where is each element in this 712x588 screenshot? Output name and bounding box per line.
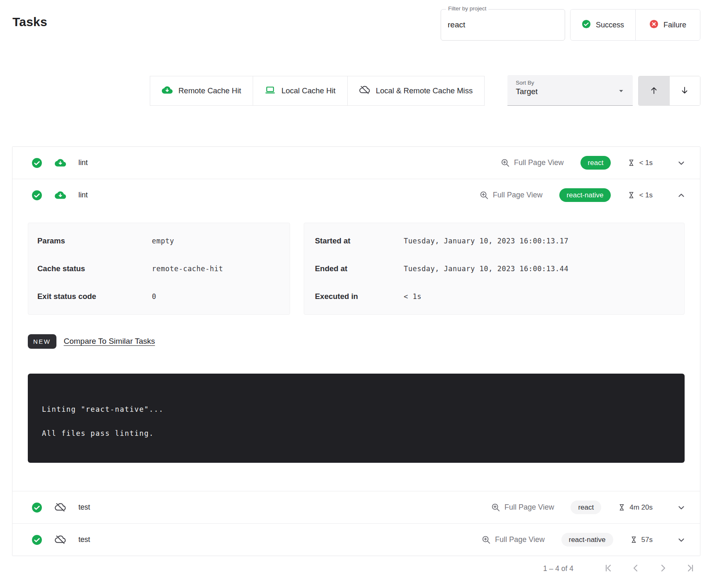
started-at-value: Tuesday, January 10, 2023 16:00:13.17 <box>404 237 568 245</box>
task-row-test-react[interactable]: test Full Page View react 4m 20s <box>12 491 700 523</box>
executed-in-value: < 1s <box>404 292 422 301</box>
sort-descending-button[interactable] <box>669 76 700 105</box>
project-filter-label: Filter by project <box>446 5 488 12</box>
task-row-group: lint Full Page View react < 1s <box>12 147 700 179</box>
ended-at-label: Ended at <box>315 264 404 273</box>
hourglass-icon <box>627 158 635 167</box>
cloud-download-icon <box>55 190 66 201</box>
arrow-down-icon <box>680 85 690 97</box>
task-row-group: test Full Page View react 4m 20s <box>12 491 700 523</box>
project-badge[interactable]: react <box>571 501 601 514</box>
full-page-view-label: Full Page View <box>495 535 545 544</box>
exit-status-code-label: Exit status code <box>37 292 152 301</box>
full-page-view-button[interactable]: Full Page View <box>500 158 564 168</box>
task-duration: < 1s <box>627 158 653 167</box>
chevron-down-icon[interactable] <box>677 535 686 544</box>
chevron-up-icon[interactable] <box>677 191 686 200</box>
zoom-in-icon <box>481 535 491 544</box>
hourglass-icon <box>618 503 626 512</box>
hourglass-icon <box>630 535 638 544</box>
duration-text: < 1s <box>639 191 653 199</box>
x-circle-icon <box>649 19 658 31</box>
zoom-in-icon <box>491 503 500 512</box>
top-controls: Filter by project Success Failure <box>441 9 700 41</box>
zoom-in-icon <box>479 190 489 200</box>
chevron-right-icon <box>658 563 668 574</box>
project-badge[interactable]: react <box>580 156 611 170</box>
hourglass-icon <box>627 191 635 199</box>
cloud-download-icon <box>55 157 66 168</box>
task-name: test <box>78 503 90 512</box>
cache-status-label: Cache status <box>37 264 152 273</box>
duration-text: 4m 20s <box>629 503 653 512</box>
first-page-button[interactable] <box>603 563 613 574</box>
cache-miss-label: Local & Remote Cache Miss <box>376 86 473 95</box>
page-range-label: 1 – 4 of 4 <box>543 564 573 573</box>
terminal-line: All files pass linting. <box>42 429 672 437</box>
cloud-download-icon <box>162 85 173 97</box>
chevron-down-icon <box>618 87 624 96</box>
task-row-group: lint Full Page View react-native < 1s <box>12 179 700 491</box>
zoom-in-icon <box>500 158 510 168</box>
full-page-view-button[interactable]: Full Page View <box>491 503 554 512</box>
check-circle-icon <box>32 502 42 513</box>
task-list: lint Full Page View react < 1s <box>12 146 700 556</box>
success-filter-button[interactable]: Success <box>571 10 635 40</box>
task-row-lint-react-native[interactable]: lint Full Page View react-native < 1s <box>12 179 700 211</box>
duration-text: 57s <box>641 536 653 544</box>
success-filter-label: Success <box>596 21 624 29</box>
full-page-view-button[interactable]: Full Page View <box>479 190 543 200</box>
check-circle-icon <box>32 190 42 201</box>
cloud-off-icon <box>359 85 370 97</box>
sort-by-label: Sort By <box>516 80 625 86</box>
failure-filter-label: Failure <box>663 21 686 29</box>
arrow-up-icon <box>649 85 659 97</box>
project-badge[interactable]: react-native <box>561 533 613 547</box>
project-badge[interactable]: react-native <box>559 188 611 202</box>
local-cache-hit-label: Local Cache Hit <box>281 86 336 95</box>
task-duration: < 1s <box>627 191 653 199</box>
task-timing-card: Started at Tuesday, January 10, 2023 16:… <box>304 223 685 315</box>
last-page-icon <box>685 563 695 574</box>
cloud-off-icon <box>55 534 66 545</box>
check-circle-icon <box>582 19 591 31</box>
chevron-down-icon[interactable] <box>677 158 686 168</box>
cache-status-value: remote-cache-hit <box>152 265 223 273</box>
remote-cache-hit-filter-button[interactable]: Remote Cache Hit <box>150 76 253 105</box>
task-name: lint <box>78 191 88 199</box>
chevron-left-icon <box>631 563 641 574</box>
next-page-button[interactable] <box>658 563 668 574</box>
sort-by-value: Target <box>516 87 625 96</box>
executed-in-label: Executed in <box>315 292 404 301</box>
last-page-button[interactable] <box>685 563 695 574</box>
sort-by-select[interactable]: Sort By Target <box>507 75 633 106</box>
cache-filter-group: Remote Cache Hit Local Cache Hit Local &… <box>150 76 485 106</box>
page-title: Tasks <box>12 15 47 29</box>
duration-text: < 1s <box>639 159 653 167</box>
pagination: 1 – 4 of 4 <box>543 563 695 574</box>
exit-status-code-value: 0 <box>152 292 156 301</box>
check-circle-icon <box>32 535 42 545</box>
full-page-view-label: Full Page View <box>493 191 543 199</box>
full-page-view-label: Full Page View <box>514 158 564 167</box>
params-value: empty <box>152 237 174 245</box>
project-filter-field[interactable]: Filter by project <box>441 9 565 41</box>
cache-miss-filter-button[interactable]: Local & Remote Cache Miss <box>347 76 484 105</box>
task-row-lint-react[interactable]: lint Full Page View react < 1s <box>12 147 700 179</box>
compare-to-similar-tasks-link[interactable]: Compare To Similar Tasks <box>64 337 155 346</box>
local-cache-hit-filter-button[interactable]: Local Cache Hit <box>253 76 347 105</box>
sort-direction-group <box>638 76 700 106</box>
full-page-view-button[interactable]: Full Page View <box>481 535 545 544</box>
sort-ascending-button[interactable] <box>639 76 669 105</box>
params-label: Params <box>37 236 152 245</box>
project-filter-input[interactable] <box>441 10 565 40</box>
failure-filter-button[interactable]: Failure <box>635 10 700 40</box>
task-row-test-react-native[interactable]: test Full Page View react-native 57s <box>12 524 700 556</box>
ended-at-value: Tuesday, January 10, 2023 16:00:13.44 <box>404 265 568 273</box>
task-params-card: Params empty Cache status remote-cache-h… <box>28 223 290 315</box>
chevron-down-icon[interactable] <box>677 503 686 512</box>
check-circle-icon <box>32 158 42 168</box>
remote-cache-hit-label: Remote Cache Hit <box>178 86 241 95</box>
previous-page-button[interactable] <box>631 563 641 574</box>
laptop-icon <box>265 85 276 97</box>
